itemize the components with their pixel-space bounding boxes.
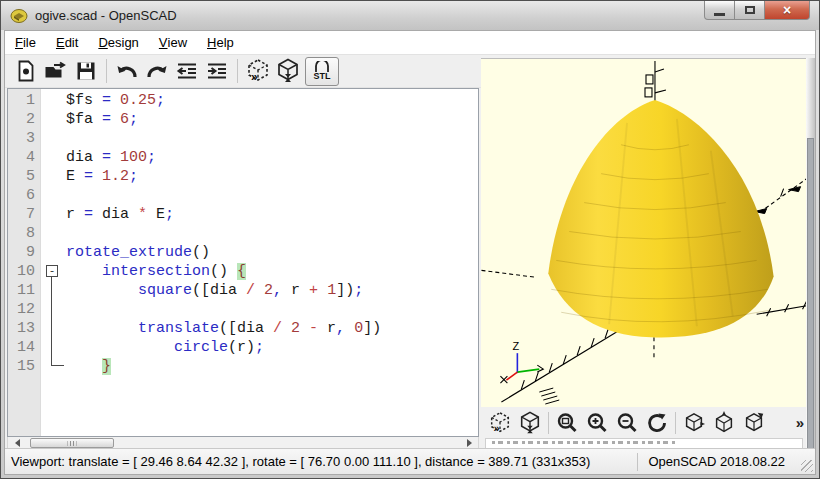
scrollbar-thumb[interactable] bbox=[807, 138, 814, 449]
code-line[interactable] bbox=[66, 300, 478, 319]
render-button[interactable] bbox=[274, 57, 302, 85]
open-file-icon bbox=[44, 61, 68, 81]
unindent-button[interactable] bbox=[173, 57, 201, 85]
render-button[interactable] bbox=[515, 409, 545, 437]
indent-icon bbox=[206, 61, 228, 81]
code-line[interactable] bbox=[66, 129, 478, 148]
save-icon bbox=[76, 61, 96, 81]
code-line[interactable]: rotate_extrude() bbox=[66, 243, 478, 262]
code-line[interactable]: } bbox=[66, 357, 478, 376]
code-line[interactable]: intersection() { bbox=[66, 262, 478, 281]
view-right-button[interactable] bbox=[679, 409, 709, 437]
zoom-in-button[interactable] bbox=[582, 409, 612, 437]
code-line[interactable]: circle(r); bbox=[66, 338, 478, 357]
toolbar-overflow-button[interactable]: » bbox=[796, 414, 804, 431]
left-arrow-icon bbox=[15, 439, 20, 447]
editor-pane: » STL 123456789 bbox=[5, 55, 481, 451]
title-bar[interactable]: ogive.scad - OpenSCAD × bbox=[1, 1, 819, 30]
indent-button[interactable] bbox=[203, 57, 231, 85]
scrollbar-thumb[interactable] bbox=[30, 438, 114, 448]
close-button[interactable]: × bbox=[764, 1, 810, 20]
menu-bar[interactable]: FileEditDesignViewHelp bbox=[5, 31, 815, 55]
preview-button[interactable]: » bbox=[244, 57, 272, 85]
z-axis-label: Z bbox=[512, 340, 519, 352]
save-button[interactable] bbox=[72, 57, 100, 85]
code-line[interactable]: $fs = 0.25; bbox=[66, 91, 478, 110]
maximize-button[interactable] bbox=[735, 1, 764, 20]
code-line[interactable]: translate([dia / 2 - r, 0]) bbox=[66, 319, 478, 338]
zoom-out-icon bbox=[616, 412, 638, 434]
export-stl-button[interactable]: STL bbox=[305, 57, 339, 86]
preview-icon: » bbox=[488, 411, 512, 435]
svg-text:»: » bbox=[494, 422, 500, 434]
render-icon bbox=[275, 58, 301, 84]
menu-item-view[interactable]: View bbox=[149, 31, 197, 54]
resize-grip[interactable] bbox=[801, 460, 813, 472]
main-toolbar: » STL bbox=[5, 55, 481, 88]
undo-icon bbox=[115, 61, 139, 81]
zoom-in-icon bbox=[586, 412, 608, 434]
viewport-status-text: Viewport: translate = [ 29.46 8.64 42.32… bbox=[5, 454, 637, 469]
maximize-icon bbox=[745, 6, 755, 14]
undo-button[interactable] bbox=[113, 57, 141, 85]
code-line[interactable]: dia = 100; bbox=[66, 148, 478, 167]
viewport-pane: Z » bbox=[481, 55, 815, 451]
client-area: FileEditDesignViewHelp bbox=[4, 30, 816, 475]
app-window: ogive.scad - OpenSCAD × FileEditDesignVi… bbox=[0, 0, 820, 479]
menu-item-edit[interactable]: Edit bbox=[46, 31, 88, 54]
redo-icon bbox=[145, 61, 169, 81]
minimize-icon bbox=[714, 13, 725, 16]
view-axonometric-button[interactable] bbox=[739, 409, 769, 437]
3d-viewport[interactable]: Z bbox=[481, 58, 810, 407]
preview-icon: » bbox=[245, 58, 271, 84]
toolbar-separator bbox=[675, 412, 676, 434]
zoom-out-button[interactable] bbox=[612, 409, 642, 437]
view-right-icon bbox=[682, 411, 706, 435]
code-line[interactable] bbox=[66, 186, 478, 205]
status-separator bbox=[637, 453, 638, 471]
openscad-logo-icon bbox=[10, 8, 28, 24]
svg-text:»: » bbox=[251, 70, 258, 84]
right-arrow-icon bbox=[467, 439, 472, 447]
console-clipped-text bbox=[492, 441, 675, 444]
new-file-button[interactable] bbox=[12, 57, 40, 85]
viewport-scrollbar[interactable] bbox=[806, 58, 815, 451]
ogive-model bbox=[548, 100, 773, 338]
toolbar-separator bbox=[106, 59, 107, 83]
menu-item-help[interactable]: Help bbox=[197, 31, 244, 54]
code-line[interactable]: square([dia / 2, r + 1]); bbox=[66, 281, 478, 300]
menu-item-design[interactable]: Design bbox=[88, 31, 148, 54]
reset-view-button[interactable] bbox=[642, 409, 672, 437]
view-top-icon bbox=[712, 411, 736, 435]
menu-item-file[interactable]: File bbox=[5, 31, 46, 54]
zoom-all-button[interactable] bbox=[552, 409, 582, 437]
close-icon: × bbox=[783, 3, 791, 17]
viewport-toolbar: » bbox=[481, 407, 810, 438]
unindent-icon bbox=[176, 61, 198, 81]
new-file-icon bbox=[16, 60, 36, 82]
preview-button[interactable]: » bbox=[485, 409, 515, 437]
minimize-button[interactable] bbox=[704, 1, 735, 20]
code-line[interactable] bbox=[66, 224, 478, 243]
open-file-button[interactable] bbox=[42, 57, 70, 85]
code-line[interactable]: r = dia * E; bbox=[66, 205, 478, 224]
toolbar-separator bbox=[548, 412, 549, 434]
view-axonometric-icon bbox=[742, 411, 766, 435]
fold-guide-line bbox=[51, 277, 64, 366]
fold-marker[interactable]: - bbox=[46, 265, 58, 277]
code-lines[interactable]: $fs = 0.25;$fa = 6;dia = 100;E = 1.2;r =… bbox=[8, 89, 478, 436]
toolbar-separator bbox=[237, 59, 238, 83]
window-title: ogive.scad - OpenSCAD bbox=[35, 8, 177, 23]
stl-label: STL bbox=[314, 72, 331, 81]
code-line[interactable]: E = 1.2; bbox=[66, 167, 478, 186]
render-icon bbox=[518, 411, 542, 435]
z-axis bbox=[645, 61, 666, 102]
zoom-all-icon bbox=[556, 412, 578, 434]
redo-button[interactable] bbox=[143, 57, 171, 85]
status-bar: Viewport: translate = [ 29.46 8.64 42.32… bbox=[5, 448, 815, 474]
code-editor[interactable]: 123456789101112131415 $fs = 0.25;$fa = 6… bbox=[7, 88, 479, 437]
reset-view-icon bbox=[645, 411, 669, 435]
view-top-button[interactable] bbox=[709, 409, 739, 437]
version-text: OpenSCAD 2018.08.22 bbox=[648, 454, 785, 469]
code-line[interactable]: $fa = 6; bbox=[66, 110, 478, 129]
